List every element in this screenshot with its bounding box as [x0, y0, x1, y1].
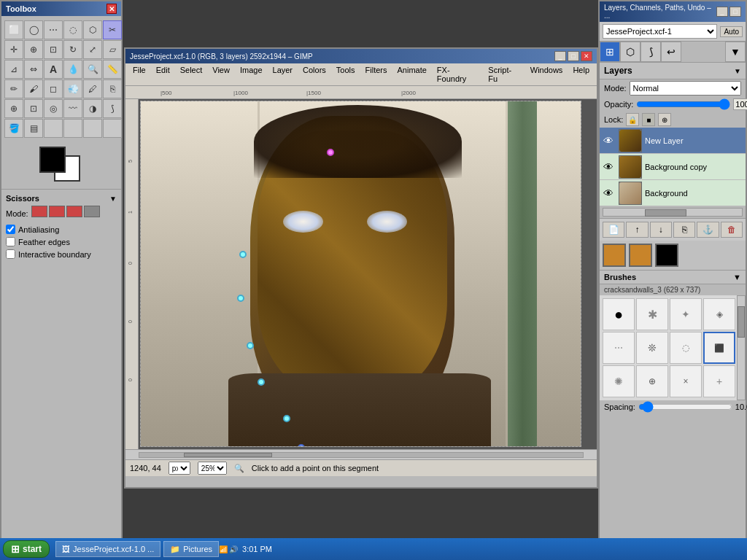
ellipse-select-tool[interactable]: ◯: [24, 20, 43, 39]
brush-11[interactable]: ×: [670, 365, 702, 397]
close-button[interactable]: ✕: [581, 51, 592, 61]
text-tool[interactable]: A: [44, 60, 63, 79]
menu-fx-foundry[interactable]: FX-Foundry: [433, 65, 483, 84]
anchor-layer-btn[interactable]: ⚓: [697, 222, 719, 238]
brush-5[interactable]: ⋯: [603, 332, 635, 364]
start-button[interactable]: ⊞ start: [3, 540, 50, 558]
blur-tool[interactable]: ◎: [44, 99, 63, 118]
airbrush-tool[interactable]: 💨: [63, 79, 82, 98]
clone-tool[interactable]: ⎘: [103, 79, 122, 98]
mode-btn-3[interactable]: [66, 206, 82, 217]
tab-paths[interactable]: ⟆: [640, 42, 661, 62]
zoom-select[interactable]: 25%: [198, 462, 227, 475]
crop-tool[interactable]: ⊡: [44, 40, 63, 59]
lower-layer-btn[interactable]: ↓: [650, 222, 672, 238]
new-layer-from-file-btn[interactable]: 📄: [603, 222, 624, 238]
layers-file-dropdown[interactable]: JesseProject.xcf-1: [603, 24, 717, 39]
menu-colors[interactable]: Colors: [298, 65, 330, 84]
blend-mode-select[interactable]: Normal: [630, 81, 741, 96]
rect-select-tool[interactable]: ⬜: [4, 20, 23, 39]
restore-button[interactable]: □: [568, 51, 579, 61]
tab-undo[interactable]: ↩: [661, 42, 681, 62]
layer-row-background[interactable]: 👁 Background: [600, 180, 746, 206]
spacing-slider[interactable]: [638, 402, 732, 412]
layer-visibility-new[interactable]: 👁: [601, 133, 616, 148]
layers-menu-btn[interactable]: ▼: [725, 42, 746, 62]
opacity-value[interactable]: 100.0: [733, 98, 747, 110]
scissors-tool-btn[interactable]: ✂: [103, 20, 122, 39]
layer-visibility-bg[interactable]: 👁: [601, 186, 616, 201]
rotate-tool[interactable]: ↻: [63, 40, 82, 59]
taskbar-item-pictures[interactable]: 📁 Pictures: [163, 541, 219, 557]
auto-button[interactable]: Auto: [720, 26, 743, 37]
lock-position-btn[interactable]: ⊕: [658, 113, 671, 126]
paintbrush-tool[interactable]: 🖌: [24, 79, 43, 98]
brush-7[interactable]: ◌: [670, 332, 702, 364]
move-tool[interactable]: ✛: [4, 40, 23, 59]
brush-3[interactable]: ✦: [670, 298, 702, 330]
menu-view[interactable]: View: [208, 65, 234, 84]
brush-12[interactable]: +: [703, 365, 735, 397]
menu-tools[interactable]: Tools: [332, 65, 360, 84]
perspective-clone-tool[interactable]: ⊡: [24, 99, 43, 118]
layer-row-new-layer[interactable]: 👁 New Layer: [600, 128, 746, 154]
brush-1[interactable]: ●: [603, 298, 635, 330]
swatch-black[interactable]: [655, 244, 678, 267]
swatch-orange2[interactable]: [629, 244, 652, 267]
brush-6[interactable]: ❊: [636, 332, 668, 364]
raise-layer-btn[interactable]: ↑: [626, 222, 648, 238]
toolbox-close-button[interactable]: ✕: [107, 4, 117, 14]
taskbar-item-gimp[interactable]: 🖼 JesseProject.xcf-1.0 ...: [55, 541, 160, 557]
menu-help[interactable]: Help: [568, 65, 594, 84]
path-tool[interactable]: ⟆: [103, 99, 122, 118]
duplicate-layer-btn[interactable]: ⎘: [673, 222, 695, 238]
canvas-container[interactable]: [139, 99, 597, 449]
ink-tool[interactable]: 🖊: [83, 79, 102, 98]
alignment-tool[interactable]: ⊕: [24, 40, 43, 59]
free-select-tool[interactable]: ⋯: [44, 20, 63, 39]
menu-filters[interactable]: Filters: [361, 65, 392, 84]
color-select-tool[interactable]: ⬡: [83, 20, 102, 39]
menu-image[interactable]: Image: [236, 65, 267, 84]
swatch-orange[interactable]: [603, 244, 626, 267]
mode-btn-2[interactable]: [49, 206, 65, 217]
heal-tool[interactable]: ⊕: [4, 99, 23, 118]
layer-row-background-copy[interactable]: 👁 Background copy: [600, 154, 746, 180]
interactive-boundary-checkbox[interactable]: [6, 249, 15, 259]
measure-tool[interactable]: 📏: [103, 60, 122, 79]
mode-btn-1[interactable]: [31, 206, 47, 217]
colorpicker-tool[interactable]: 💧: [63, 60, 82, 79]
opacity-slider[interactable]: [636, 99, 730, 109]
smudge-tool[interactable]: 〰: [63, 99, 82, 118]
mode-btn-4[interactable]: [84, 206, 100, 217]
brushes-scrollbar[interactable]: [737, 295, 746, 400]
layers-toggle-btn[interactable]: ▼: [734, 67, 741, 75]
brush-9[interactable]: ✺: [603, 365, 635, 397]
shear-tool[interactable]: ▱: [103, 40, 122, 59]
layers-restore[interactable]: □: [729, 7, 741, 17]
feather-edges-checkbox[interactable]: [6, 237, 15, 246]
menu-edit[interactable]: Edit: [152, 65, 174, 84]
brushes-collapse-btn[interactable]: ▼: [733, 273, 741, 281]
layer-visibility-bg-copy[interactable]: 👁: [601, 160, 616, 174]
brush-10[interactable]: ⊕: [636, 365, 668, 397]
perspective-tool[interactable]: ⊿: [4, 60, 23, 79]
brush-2[interactable]: ✱: [636, 298, 668, 330]
unit-select[interactable]: px: [169, 462, 190, 475]
foreground-color-swatch[interactable]: [39, 147, 66, 173]
tab-layers[interactable]: ⊞: [600, 42, 620, 62]
zoom-tool[interactable]: 🔍: [83, 60, 102, 79]
eraser-tool[interactable]: ◻: [44, 79, 63, 98]
layers-scrollbar[interactable]: [603, 208, 743, 217]
menu-select[interactable]: Select: [176, 65, 207, 84]
horizontal-scrollbar[interactable]: [125, 449, 597, 459]
pencil-tool[interactable]: ✏: [4, 79, 23, 98]
fuzzy-select-tool[interactable]: ◌: [63, 20, 82, 39]
bucket-fill-tool[interactable]: 🪣: [4, 119, 23, 138]
layers-minimize[interactable]: _: [716, 7, 728, 17]
menu-file[interactable]: File: [128, 65, 150, 84]
lock-pixels-btn[interactable]: 🔒: [626, 113, 639, 126]
flip-tool[interactable]: ⇔: [24, 60, 43, 79]
minimize-button[interactable]: _: [554, 51, 566, 61]
dodge-tool[interactable]: ◑: [83, 99, 102, 118]
